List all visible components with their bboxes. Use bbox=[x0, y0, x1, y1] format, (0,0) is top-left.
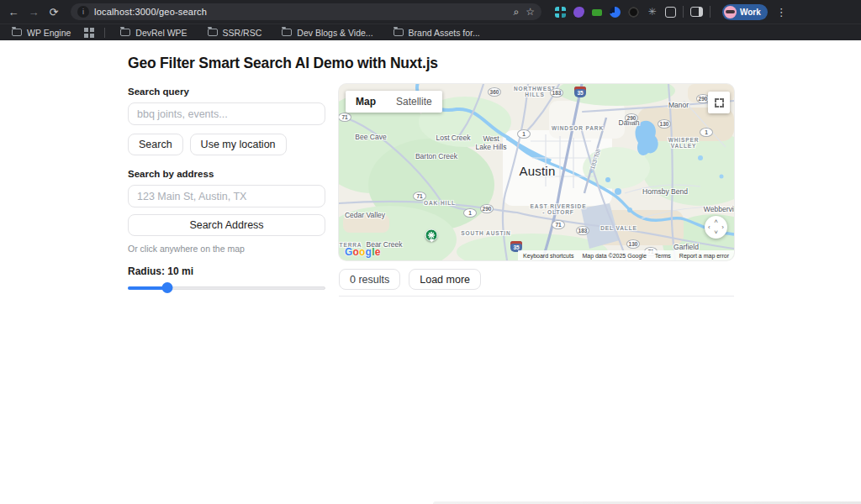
route-shield: 1 bbox=[700, 128, 713, 137]
folder-icon bbox=[208, 29, 218, 36]
map-label: Lost Creek bbox=[436, 134, 470, 142]
route-shield: 71 bbox=[339, 113, 351, 122]
pan-up-icon[interactable]: ˄ bbox=[714, 218, 718, 225]
url-text[interactable]: localhost:3000/geo-search bbox=[94, 7, 509, 17]
map-label: OAK HILL bbox=[424, 200, 456, 206]
map-label: Barton Creek bbox=[415, 152, 457, 160]
attribution-item[interactable]: Report a map error bbox=[679, 253, 729, 259]
search-panel: Search query Search Use my location Sear… bbox=[128, 87, 325, 294]
route-shield: 130 bbox=[626, 239, 640, 249]
bookmark-item[interactable]: Brand Assets for... bbox=[390, 28, 483, 38]
attribution-item[interactable]: Terms bbox=[655, 253, 671, 259]
map-hint-text: Or click anywhere on the map bbox=[128, 244, 325, 254]
browser-window: ← → ⟳ i localhost:3000/geo-search ⌕ ☆ ✳ … bbox=[0, 0, 861, 504]
route-shield: 1 bbox=[517, 129, 531, 139]
bookmark-label: SSR/RSC bbox=[223, 28, 262, 38]
map-type-map-button[interactable]: Map bbox=[346, 91, 386, 113]
bookmark-item[interactable]: DevRel WPE bbox=[117, 28, 190, 38]
ext-pie-icon[interactable] bbox=[610, 7, 621, 18]
pan-right-icon[interactable]: › bbox=[721, 224, 724, 231]
reload-icon[interactable]: ⟳ bbox=[45, 3, 62, 20]
slider-thumb[interactable] bbox=[162, 282, 173, 293]
radius-slider[interactable] bbox=[128, 282, 325, 294]
bookmark-item[interactable]: WP Engine bbox=[8, 28, 74, 38]
fullscreen-button[interactable] bbox=[708, 92, 730, 113]
bookmark-item[interactable]: Dev Blogs & Vide... bbox=[278, 28, 376, 38]
bookmark-label: DevRel WPE bbox=[135, 28, 187, 38]
map-label: Bee Cave bbox=[355, 133, 386, 141]
google-logo-letter: e bbox=[375, 246, 381, 258]
folder-icon bbox=[394, 29, 404, 36]
fullscreen-icon bbox=[715, 98, 724, 108]
interstate-shield: 35 bbox=[574, 87, 586, 97]
map-label: EAST RIVERSIDE - OLTORF bbox=[531, 203, 587, 215]
extensions-puzzle-icon[interactable] bbox=[665, 7, 676, 18]
ext-grid-icon[interactable] bbox=[555, 7, 566, 18]
map-label: West Lake Hills bbox=[476, 134, 507, 151]
google-map[interactable]: NORTHWEST HILLSManorDaffanWINDSOR PARKWH… bbox=[339, 84, 734, 260]
bookmark-star-icon[interactable]: ☆ bbox=[526, 7, 535, 17]
address-label: Search by address bbox=[128, 169, 325, 179]
search-button[interactable]: Search bbox=[128, 134, 183, 155]
browser-toolbar: ← → ⟳ i localhost:3000/geo-search ⌕ ☆ ✳ … bbox=[0, 0, 861, 24]
search-query-input[interactable] bbox=[128, 102, 325, 125]
zoom-page-icon[interactable]: ⌕ bbox=[514, 7, 520, 17]
attribution-item[interactable]: Map data ©2025 Google bbox=[582, 253, 646, 259]
map-label: Webberville bbox=[704, 205, 734, 213]
address-bar[interactable]: i localhost:3000/geo-search ⌕ ☆ bbox=[71, 3, 541, 20]
route-shield: 1 bbox=[463, 208, 477, 218]
bookmark-folder-list: DevRel WPESSR/RSCDev Blogs & Vide...Bran… bbox=[117, 28, 483, 38]
map-label: SOUTH AUSTIN bbox=[461, 230, 510, 236]
bookmark-grid-icon[interactable] bbox=[84, 28, 94, 38]
toolbar-divider bbox=[710, 6, 710, 18]
ext-ring-icon[interactable] bbox=[628, 7, 639, 18]
route-shield: 183 bbox=[576, 226, 589, 235]
menu-kebab-icon[interactable]: ⋮ bbox=[776, 6, 787, 18]
load-more-button[interactable]: Load more bbox=[409, 269, 481, 290]
map-label: WHISPER VALLEY bbox=[668, 137, 700, 149]
map-marker-pin[interactable] bbox=[425, 229, 438, 242]
back-icon[interactable]: ← bbox=[5, 3, 22, 20]
toolbar-divider bbox=[683, 6, 684, 18]
bookmark-label: Brand Assets for... bbox=[409, 28, 480, 38]
profile-label: Work bbox=[740, 8, 761, 17]
route-shield: 290 bbox=[480, 204, 494, 213]
google-logo[interactable]: Google bbox=[345, 246, 381, 258]
attribution-item[interactable]: Keyboard shortcuts bbox=[523, 253, 573, 259]
route-shield: 360 bbox=[488, 87, 501, 97]
map-label: 183-Toll bbox=[589, 149, 601, 170]
route-shield: 71 bbox=[552, 220, 565, 229]
bookmark-label: Dev Blogs & Vide... bbox=[297, 28, 372, 38]
bookmark-item[interactable]: SSR/RSC bbox=[204, 28, 266, 38]
folder-icon bbox=[282, 29, 292, 36]
side-panel-icon[interactable] bbox=[690, 7, 703, 17]
search-query-label: Search query bbox=[128, 87, 325, 97]
map-type-satellite-button[interactable]: Satellite bbox=[386, 91, 442, 113]
results-count-badge: 0 results bbox=[339, 269, 400, 290]
address-input[interactable] bbox=[128, 185, 325, 207]
profile-button[interactable]: Work bbox=[722, 4, 768, 20]
ext-asterisk-icon[interactable]: ✳ bbox=[647, 7, 658, 18]
folder-icon bbox=[12, 29, 22, 36]
map-type-control: Map Satellite bbox=[346, 91, 442, 113]
use-my-location-button[interactable]: Use my location bbox=[190, 134, 287, 155]
section-divider bbox=[339, 296, 734, 297]
google-logo-letter: g bbox=[366, 246, 372, 258]
route-shield: 183 bbox=[550, 88, 563, 97]
map-label: Hornsby Bend bbox=[642, 187, 688, 196]
avatar bbox=[724, 6, 737, 18]
site-info-icon[interactable]: i bbox=[77, 6, 89, 18]
folder-icon bbox=[120, 29, 130, 36]
pan-control[interactable]: ˄ ˅ ‹ › bbox=[705, 216, 727, 239]
ext-purple-icon[interactable] bbox=[573, 7, 584, 18]
ext-green-icon[interactable] bbox=[592, 9, 602, 16]
route-shield: 71 bbox=[413, 192, 426, 201]
bookmarks-bar: WP Engine DevRel WPESSR/RSCDev Blogs & V… bbox=[0, 24, 861, 40]
extensions-row: ✳ bbox=[555, 7, 676, 18]
pan-down-icon[interactable]: ˅ bbox=[714, 229, 718, 236]
route-shield: 290 bbox=[625, 113, 638, 123]
pan-left-icon[interactable]: ‹ bbox=[708, 224, 710, 231]
map-label: Austin bbox=[520, 164, 556, 178]
search-address-button[interactable]: Search Address bbox=[128, 214, 325, 236]
forward-icon[interactable]: → bbox=[25, 3, 42, 20]
